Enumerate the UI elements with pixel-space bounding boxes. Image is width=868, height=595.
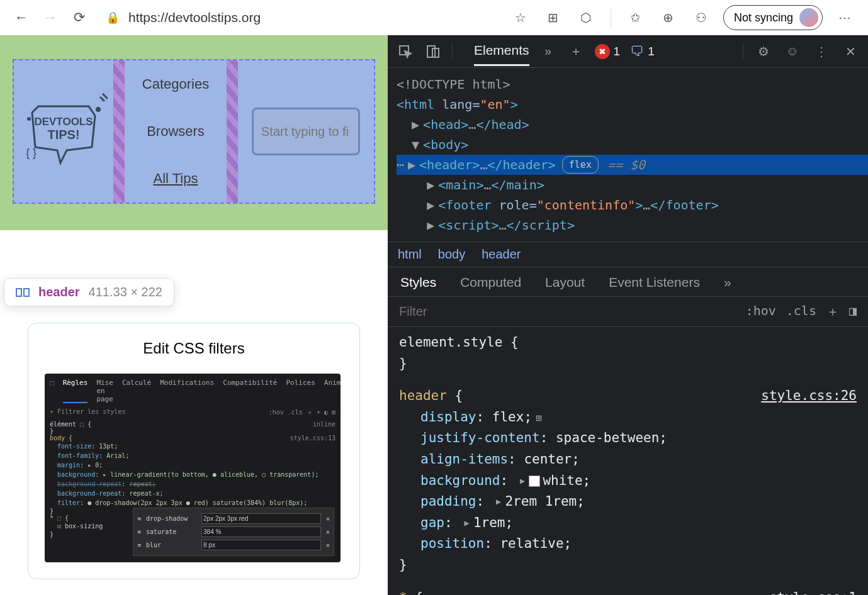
svg-rect-6	[24, 289, 29, 296]
dom-html[interactable]: <html lang="en">	[397, 94, 868, 114]
favorites-bar-icon[interactable]: ✩	[625, 7, 646, 28]
dom-tree[interactable]: <!DOCTYPE html> <html lang="en"> ▶<head>…	[388, 68, 868, 242]
devtools-toolbar: Elements » ＋ ✖ 1 🗨 1 ⚙ ☺ ⋮ ✕	[388, 35, 868, 68]
svg-text:{ }: { }	[26, 147, 37, 159]
flex-badge[interactable]: flex	[562, 156, 599, 174]
svg-rect-5	[16, 289, 21, 296]
svg-point-2	[27, 117, 31, 121]
flex-icon	[16, 286, 30, 299]
css-declaration[interactable]: display: flex;⊞	[399, 407, 857, 428]
preview-tabs: ⬚ Règles Mise en page Calculé Modificati…	[50, 379, 335, 403]
tooltip-element-name: header	[38, 285, 80, 299]
inspected-header: DEVTOOLS TIPS! { } Categories Browsers A…	[13, 59, 375, 204]
styles-filter-row: :hov .cls ＋ ◨	[388, 296, 868, 326]
forward-button[interactable]: →	[42, 9, 59, 26]
error-badge[interactable]: ✖ 1	[595, 44, 621, 59]
tab-styles[interactable]: Styles	[400, 275, 436, 296]
menu-icon[interactable]: ⋮	[813, 43, 830, 60]
back-button[interactable]: ←	[13, 9, 30, 26]
css-declaration[interactable]: gap: ▸1rem;	[399, 513, 857, 534]
logo-cell: DEVTOOLS TIPS! { }	[14, 60, 125, 203]
css-declaration[interactable]: padding: ▸2rem 1rem;	[399, 491, 857, 513]
page-viewport: DEVTOOLS TIPS! { } Categories Browsers A…	[0, 35, 388, 595]
tab-elements[interactable]: Elements	[474, 36, 529, 66]
css-declaration[interactable]: background: ▸white;	[399, 470, 857, 492]
search-cell	[238, 60, 374, 203]
settings-icon[interactable]: ⚙	[755, 43, 772, 60]
styles-filter-input[interactable]	[399, 304, 737, 319]
tip-card-title: Edit CSS filters	[45, 340, 343, 357]
crumb-header[interactable]: header	[482, 247, 521, 262]
expand-icon[interactable]: ▶	[427, 215, 438, 235]
page-header-area: DEVTOOLS TIPS! { } Categories Browsers A…	[0, 35, 388, 230]
lock-icon: 🔒	[106, 11, 120, 25]
dom-script[interactable]: ▶<script>…</script>	[397, 215, 868, 235]
sync-label: Not syncing	[734, 11, 793, 25]
nav-browsers[interactable]: Browsers	[147, 123, 205, 140]
expand-icon[interactable]: ▶	[408, 155, 419, 175]
styles-pane[interactable]: element.style { } header {style.css:26di…	[388, 326, 868, 595]
expand-icon[interactable]: ▶	[427, 175, 438, 195]
css-declaration[interactable]: justify-content: space-between;	[399, 428, 857, 449]
cls-toggle[interactable]: .cls	[786, 303, 816, 320]
hov-toggle[interactable]: :hov	[746, 303, 776, 320]
source-link[interactable]: style.css:1	[769, 587, 857, 595]
search-input[interactable]	[252, 108, 360, 155]
tip-card-preview: ⬚ Règles Mise en page Calculé Modificati…	[45, 374, 341, 562]
svg-point-3	[96, 107, 101, 112]
nav-categories[interactable]: Categories	[142, 76, 209, 92]
favorite-button[interactable]: ☆	[510, 7, 531, 28]
tab-computed[interactable]: Computed	[460, 275, 521, 296]
css-declaration[interactable]: position: relative;	[399, 533, 857, 555]
css-rule[interactable]: * {style.css:1box-sizing: border-box;}	[399, 587, 857, 595]
message-icon: 🗨	[630, 43, 644, 60]
message-badge[interactable]: 🗨 1	[630, 43, 655, 60]
inspect-icon[interactable]	[397, 43, 414, 60]
filter-popup: ≡drop-shadow✕≡saturate✕≡blur✕	[133, 508, 334, 556]
devtools-tips-logo: DEVTOOLS TIPS! { }	[20, 87, 108, 175]
dom-body[interactable]: ▼<body>	[397, 135, 868, 155]
separator	[611, 9, 611, 26]
more-tabs-icon[interactable]: »	[539, 43, 557, 60]
tab-event-listeners[interactable]: Event Listeners	[609, 275, 700, 296]
address-bar[interactable]: 🔒 https://devtoolstips.org	[99, 10, 499, 25]
close-icon[interactable]: ✕	[842, 43, 859, 60]
profile-icon[interactable]: ⚇	[690, 7, 712, 28]
expand-icon[interactable]: ▶	[412, 114, 423, 135]
css-declaration[interactable]: align-items: center;	[399, 449, 857, 470]
crumb-body[interactable]: body	[438, 247, 465, 262]
refresh-button[interactable]: ⟳	[70, 9, 88, 26]
sync-pill[interactable]: Not syncing	[723, 5, 823, 30]
crumb-html[interactable]: html	[398, 247, 422, 262]
dom-doctype[interactable]: <!DOCTYPE html>	[397, 74, 868, 94]
tooltip-dimensions: 411.33 × 222	[89, 285, 162, 299]
feedback-icon[interactable]: ☺	[784, 43, 801, 60]
css-rule[interactable]: header {style.css:26display: flex;⊞justi…	[399, 386, 857, 576]
browser-toolbar: ← → ⟳ 🔒 https://devtoolstips.org ☆ ⊞ ⬡ ✩…	[0, 0, 868, 35]
dom-main[interactable]: ▶<main>…</main>	[397, 175, 868, 195]
collections-icon[interactable]: ⊕	[658, 7, 679, 28]
collapse-icon[interactable]: ▼	[412, 135, 423, 155]
tab-layout[interactable]: Layout	[545, 275, 585, 296]
toggle-sidebar-icon[interactable]: ◨	[849, 303, 857, 320]
tip-card[interactable]: Edit CSS filters ⬚ Règles Mise en page C…	[28, 323, 360, 579]
url-text: https://devtoolstips.org	[128, 10, 261, 25]
add-rule-icon[interactable]: ＋	[826, 303, 839, 320]
more-tabs-icon[interactable]: »	[724, 275, 731, 296]
element-style-rule[interactable]: element.style { }	[399, 332, 857, 374]
more-icon[interactable]: ⋯	[834, 7, 855, 28]
dom-head[interactable]: ▶<head>…</head>	[397, 114, 868, 135]
dom-header-selected[interactable]: ⋯ ▶<header>…</header>flex== $0	[397, 155, 868, 175]
error-icon: ✖	[595, 44, 610, 59]
svg-rect-8	[427, 46, 435, 57]
add-tab-icon[interactable]: ＋	[567, 43, 585, 60]
svg-text:DEVTOOLS: DEVTOOLS	[34, 116, 93, 128]
expand-icon[interactable]: ▶	[427, 195, 438, 215]
breadcrumb: html body header	[388, 242, 868, 267]
dom-footer[interactable]: ▶<footer role="contentinfo">…</footer>	[397, 195, 868, 215]
app-icon[interactable]: ⊞	[543, 7, 564, 28]
extensions-icon[interactable]: ⬡	[575, 7, 597, 28]
device-icon[interactable]	[424, 43, 442, 60]
source-link[interactable]: style.css:26	[761, 386, 857, 407]
nav-all-tips[interactable]: All Tips	[154, 170, 198, 187]
